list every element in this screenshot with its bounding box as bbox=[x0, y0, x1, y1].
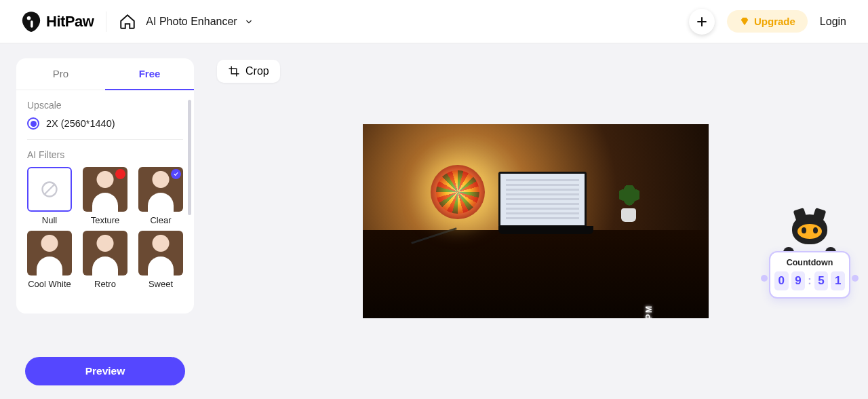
new-badge-icon bbox=[115, 169, 125, 179]
tab-free[interactable]: Free bbox=[105, 58, 194, 90]
filter-thumb-null bbox=[27, 167, 72, 212]
filters-section-title: AI Filters bbox=[27, 149, 183, 160]
divider bbox=[106, 12, 106, 32]
countdown-digit: 9 bbox=[791, 271, 806, 290]
sidebar-panel: Pro Free Upscale 2X (2560*1440) AI Filte… bbox=[16, 58, 194, 314]
sidebar-body: Upscale 2X (2560*1440) AI Filters Null bbox=[16, 90, 194, 314]
upscale-option-2x[interactable]: 2X (2560*1440) bbox=[27, 117, 183, 130]
filter-label: Null bbox=[27, 215, 72, 225]
preview-button[interactable]: Preview bbox=[25, 357, 185, 385]
countdown-digit: 5 bbox=[814, 271, 829, 290]
chevron-down-icon bbox=[244, 17, 254, 26]
filter-thumb-clear bbox=[138, 167, 183, 212]
sidebar-tabs: Pro Free bbox=[16, 58, 194, 90]
filter-coolwhite[interactable]: Cool White bbox=[27, 231, 72, 289]
canvas-area: Crop 10:59PM bbox=[203, 43, 868, 399]
home-button[interactable] bbox=[119, 13, 136, 31]
upgrade-label: Upgrade bbox=[754, 16, 795, 27]
filter-retro[interactable]: Retro bbox=[83, 231, 127, 289]
countdown-digit: 0 bbox=[774, 271, 789, 290]
filter-label: Texture bbox=[83, 215, 127, 225]
countdown-digits: 0 9 : 5 1 bbox=[774, 271, 845, 290]
tool-dropdown[interactable]: AI Photo Enhancer bbox=[146, 16, 253, 28]
filter-grid: Null Texture Cle bbox=[27, 167, 183, 289]
app-header: HitPaw AI Photo Enhancer Upgrade Login bbox=[0, 0, 868, 43]
filter-label: Clear bbox=[138, 215, 183, 225]
filter-sweet[interactable]: Sweet bbox=[138, 231, 183, 289]
diamond-icon bbox=[739, 16, 750, 27]
main-area: Pro Free Upscale 2X (2560*1440) AI Filte… bbox=[0, 43, 868, 399]
filter-label: Sweet bbox=[138, 279, 183, 289]
countdown-title: Countdown bbox=[774, 258, 845, 267]
countdown-colon: : bbox=[808, 275, 811, 287]
scrollbar-thumb[interactable] bbox=[188, 100, 191, 215]
upscale-option-label: 2X (2560*1440) bbox=[46, 118, 115, 129]
tab-pro[interactable]: Pro bbox=[16, 58, 105, 90]
photo-preview[interactable]: 10:59PM bbox=[363, 124, 709, 318]
login-link[interactable]: Login bbox=[820, 16, 846, 28]
svg-point-0 bbox=[27, 16, 31, 20]
hitpaw-logo-icon bbox=[22, 12, 41, 32]
photo-timestamp: 10:59PM bbox=[644, 305, 668, 318]
crop-button[interactable]: Crop bbox=[217, 60, 280, 83]
upscale-section-title: Upscale bbox=[27, 100, 183, 111]
crop-label: Crop bbox=[245, 65, 269, 77]
filter-label: Cool White bbox=[27, 279, 72, 289]
radio-selected-icon bbox=[27, 117, 39, 130]
cat-mascot-icon bbox=[785, 214, 835, 256]
add-button[interactable] bbox=[689, 9, 715, 35]
none-icon bbox=[40, 180, 59, 199]
filter-thumb-sweet bbox=[138, 231, 183, 276]
brand-name: HitPaw bbox=[46, 13, 94, 31]
filter-thumb-coolwhite bbox=[27, 231, 72, 276]
filter-thumb-retro bbox=[83, 231, 127, 276]
filter-thumb-texture bbox=[83, 167, 127, 212]
filter-null[interactable]: Null bbox=[27, 167, 72, 225]
plus-icon bbox=[695, 15, 709, 28]
tool-name: AI Photo Enhancer bbox=[146, 16, 237, 28]
svg-rect-1 bbox=[31, 20, 33, 28]
brand-logo[interactable]: HitPaw bbox=[22, 12, 94, 32]
countdown-widget[interactable]: Countdown 0 9 : 5 1 bbox=[769, 206, 850, 299]
filter-texture[interactable]: Texture bbox=[83, 167, 127, 225]
check-icon bbox=[173, 171, 179, 177]
filter-clear[interactable]: Clear bbox=[138, 167, 183, 225]
crop-icon bbox=[228, 65, 240, 77]
sidebar-container: Pro Free Upscale 2X (2560*1440) AI Filte… bbox=[0, 43, 203, 399]
countdown-box: Countdown 0 9 : 5 1 bbox=[769, 251, 850, 299]
divider bbox=[27, 139, 183, 140]
check-badge-icon bbox=[171, 169, 181, 179]
countdown-digit: 1 bbox=[831, 271, 845, 290]
home-icon bbox=[119, 13, 136, 31]
filter-label: Retro bbox=[83, 279, 127, 289]
upgrade-button[interactable]: Upgrade bbox=[727, 10, 808, 33]
